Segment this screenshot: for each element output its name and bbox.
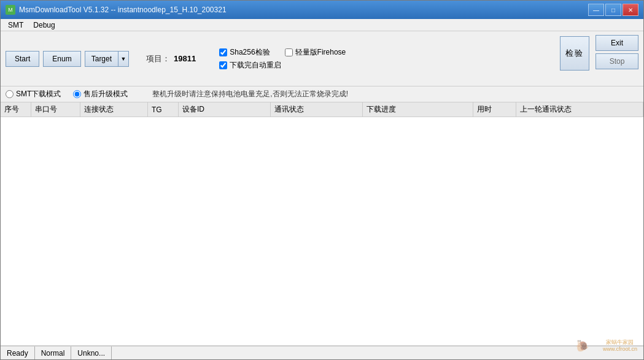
auto-restart-checkbox[interactable]: [219, 61, 227, 69]
watermark: 🐌 家蜗牛家园www.cfroot.cn: [564, 334, 637, 358]
smt-mode-group: SMT下载模式: [6, 89, 61, 99]
app-icon: M: [6, 5, 15, 15]
smt-mode-radio[interactable]: [6, 90, 14, 98]
lite-label[interactable]: 轻量版Firehose: [295, 47, 346, 58]
verify-button[interactable]: 检验: [560, 36, 589, 71]
smt-mode-label[interactable]: SMT下载模式: [16, 89, 61, 99]
minimize-button[interactable]: —: [588, 4, 604, 16]
title-bar-left: M MsmDownloadTool V5.1.32 -- instantnood…: [6, 5, 227, 15]
menu-debug[interactable]: Debug: [28, 20, 60, 30]
col-header-devid: 设备ID: [179, 102, 271, 117]
upgrade-mode-group: 售后升级模式: [73, 89, 128, 99]
checkboxes-area: Sha256检验 轻量版Firehose 下载完自动重启: [219, 47, 346, 71]
start-button[interactable]: Start: [6, 51, 39, 67]
close-button[interactable]: ✕: [623, 4, 638, 16]
toolbar: Start Enum Target ▼ 项目： 19811 Sha256检验 轻…: [1, 31, 643, 86]
status-unknown: Unkno...: [71, 347, 112, 359]
project-value: 19811: [174, 54, 196, 63]
main-window: M MsmDownloadTool V5.1.32 -- instantnood…: [0, 0, 644, 360]
lite-checkbox[interactable]: [285, 48, 293, 56]
col-header-comm: 通讯状态: [271, 102, 363, 117]
sha256-checkbox[interactable]: [219, 48, 227, 56]
target-dropdown-arrow[interactable]: ▼: [118, 51, 129, 67]
upgrade-mode-label[interactable]: 售后升级模式: [83, 89, 128, 99]
maximize-button[interactable]: □: [605, 4, 621, 16]
col-header-port: 串口号: [31, 102, 80, 117]
sha256-label[interactable]: Sha256检验: [230, 47, 270, 58]
auto-restart-row: 下载完自动重启: [219, 60, 346, 71]
target-button[interactable]: Target: [85, 51, 118, 67]
col-header-tg: TG: [148, 102, 179, 117]
status-normal: Normal: [35, 347, 72, 359]
col-header-lastcomm: 上一轮通讯状态: [516, 102, 643, 117]
toolbar-left: Start Enum Target ▼: [6, 51, 129, 67]
exit-button[interactable]: Exit: [596, 35, 638, 51]
table-body: [1, 117, 643, 346]
title-bar: M MsmDownloadTool V5.1.32 -- instantnood…: [1, 1, 643, 19]
target-group: Target ▼: [85, 51, 129, 67]
sha256-row: Sha256检验 轻量版Firehose: [219, 47, 346, 58]
project-area: 项目： 19811: [146, 53, 196, 64]
mode-bar: SMT下载模式 售后升级模式 整机升级时请注意保持电池电量充足,否则无法正常烧录…: [1, 86, 643, 102]
title-bar-controls: — □ ✕: [588, 4, 638, 16]
menu-bar: SMT Debug: [1, 19, 643, 31]
window-title: MsmDownloadTool V5.1.32 -- instantnoodle…: [19, 6, 227, 14]
col-header-conn: 连接状态: [80, 102, 148, 117]
status-bar: Ready Normal Unkno... 🐌 家蜗牛家园www.cfroot.…: [1, 346, 643, 359]
notice-text: 整机升级时请注意保持电池电量充足,否则无法正常烧录完成!: [152, 89, 348, 99]
col-header-seq: 序号: [1, 102, 31, 117]
right-buttons: Exit Stop: [596, 35, 638, 69]
col-header-progress: 下载进度: [363, 102, 473, 117]
watermark-text: 家蜗牛家园www.cfroot.cn: [603, 339, 637, 353]
enum-button[interactable]: Enum: [43, 51, 80, 67]
menu-smt[interactable]: SMT: [3, 20, 28, 30]
snail-icon: 🐌: [564, 334, 600, 358]
auto-restart-label[interactable]: 下载完自动重启: [230, 60, 281, 71]
status-ready: Ready: [1, 347, 35, 359]
stop-button[interactable]: Stop: [596, 53, 638, 69]
table-container: 序号 串口号 连接状态 TG 设备ID 通讯状态 下载进度 用时 上一轮通讯状态: [1, 102, 643, 346]
table-header: 序号 串口号 连接状态 TG 设备ID 通讯状态 下载进度 用时 上一轮通讯状态: [1, 102, 643, 117]
upgrade-mode-radio[interactable]: [73, 90, 81, 98]
col-header-time: 用时: [473, 102, 516, 117]
project-label: 项目：: [146, 53, 170, 64]
